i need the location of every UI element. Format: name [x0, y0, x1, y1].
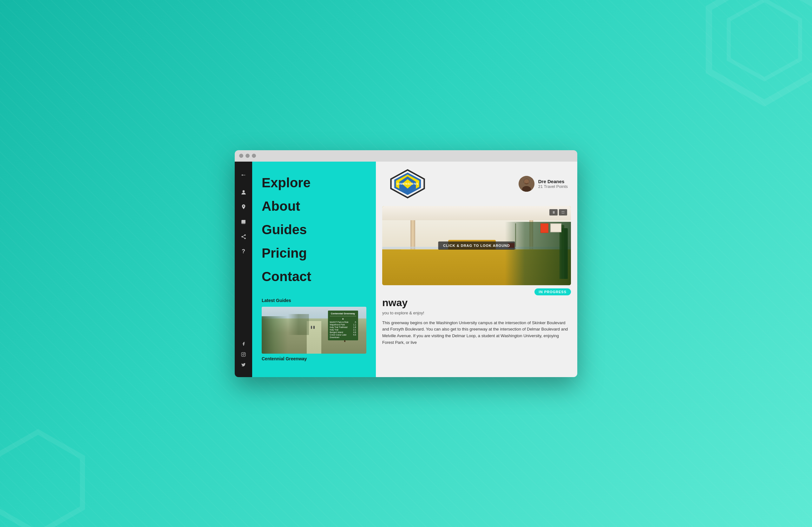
- twitter-icon-item[interactable]: [241, 360, 246, 370]
- svg-point-15: [524, 179, 529, 184]
- status-badge: IN PROGRESS: [535, 288, 571, 295]
- nav-item-explore[interactable]: Explore: [262, 171, 366, 195]
- fullscreen-button[interactable]: [559, 209, 567, 215]
- svg-marker-1: [729, 0, 800, 79]
- main-content: DIMENSIONS: [376, 162, 577, 377]
- logo-container: DIMENSIONS: [386, 168, 430, 200]
- guide-card[interactable]: Centennial Greenway ▲ MoDOT Park & Ride.…: [262, 307, 366, 361]
- wall-art-2: [540, 223, 548, 233]
- user-info: Dre Deanes 21 Travel Points: [519, 176, 568, 192]
- guide-card-image: Centennial Greenway ▲ MoDOT Park & Ride.…: [262, 307, 366, 353]
- sidebar-social: [241, 339, 246, 372]
- profile-icon: [241, 189, 247, 196]
- svg-marker-2: [0, 432, 83, 527]
- browser-content: ←: [235, 162, 577, 377]
- book-icon: [241, 219, 246, 225]
- browser-window: ←: [235, 150, 577, 377]
- interior-column-left: [410, 220, 415, 250]
- close-dot[interactable]: [239, 154, 243, 158]
- svg-point-3: [242, 190, 245, 192]
- svg-point-5: [243, 353, 244, 355]
- viewer-container[interactable]: CLICK & DRAG TO LOOK AROUND ⏸: [382, 206, 571, 285]
- nav-item-about[interactable]: About: [262, 195, 366, 218]
- interior-scene: CLICK & DRAG TO LOOK AROUND: [382, 206, 571, 285]
- facebook-icon: [241, 341, 246, 346]
- location-icon: [241, 204, 246, 211]
- help-icon-item[interactable]: ?: [241, 245, 247, 258]
- fullscreen-icon: [561, 210, 565, 214]
- share-icon-item[interactable]: [241, 230, 247, 243]
- book-icon-item[interactable]: [241, 216, 247, 228]
- avatar: [519, 176, 535, 192]
- back-button[interactable]: ←: [235, 167, 252, 183]
- drag-label: CLICK & DRAG TO LOOK AROUND: [438, 241, 515, 250]
- instagram-icon: [241, 352, 246, 357]
- sidebar-icons: ←: [235, 162, 252, 377]
- nav-item-guides[interactable]: Guides: [262, 218, 366, 241]
- traffic-lights: [239, 154, 256, 158]
- profile-icon-item[interactable]: [241, 186, 247, 199]
- nav-item-contact[interactable]: Contact: [262, 265, 366, 288]
- nav-menu: Explore About Guides Pricing Contact: [262, 171, 366, 289]
- main-header: DIMENSIONS: [376, 162, 577, 206]
- content-section: nway you to explore & enjoy! This greenw…: [376, 297, 577, 352]
- help-icon: ?: [242, 248, 245, 255]
- status-badge-container: IN PROGRESS: [382, 288, 571, 295]
- user-name: Dre Deanes: [538, 179, 568, 184]
- back-arrow-icon: ←: [241, 171, 247, 178]
- latest-guides-title: Latest Guides: [262, 298, 366, 303]
- latest-guides-section: Latest Guides: [262, 298, 366, 361]
- interior-ceiling: [382, 206, 571, 220]
- svg-marker-0: [709, 0, 812, 103]
- sidebar-icon-group: ?: [241, 183, 247, 339]
- viewer-controls: ⏸: [549, 209, 567, 215]
- location-icon-item[interactable]: [241, 200, 247, 214]
- title-bar: [235, 150, 577, 162]
- svg-point-6: [245, 353, 245, 353]
- guide-sign-title: Centennial Greenway: [330, 312, 356, 316]
- user-points: 21 Travel Points: [538, 184, 568, 189]
- nav-item-pricing[interactable]: Pricing: [262, 241, 366, 265]
- wall-art: [550, 223, 562, 232]
- guide-card-title: Centennial Greenway: [262, 356, 366, 361]
- minimize-dot[interactable]: [246, 154, 250, 158]
- facebook-icon-item[interactable]: [241, 339, 246, 349]
- pause-button[interactable]: ⏸: [549, 209, 557, 215]
- svg-text:DIMENSIONS: DIMENSIONS: [396, 182, 419, 185]
- avatar-image: [519, 176, 535, 192]
- svg-rect-4: [241, 352, 246, 357]
- dimensions-logo: DIMENSIONS: [386, 168, 430, 200]
- maximize-dot[interactable]: [252, 154, 256, 158]
- content-description: This greenway begins on the Washington U…: [382, 320, 571, 346]
- content-title: nway: [382, 297, 571, 308]
- nav-panel: Explore About Guides Pricing Contact Lat…: [252, 162, 376, 377]
- content-subtitle: you to explore & enjoy!: [382, 311, 571, 315]
- user-details: Dre Deanes 21 Travel Points: [538, 179, 568, 189]
- twitter-icon: [241, 363, 246, 367]
- share-icon: [241, 234, 246, 240]
- instagram-icon-item[interactable]: [241, 349, 246, 359]
